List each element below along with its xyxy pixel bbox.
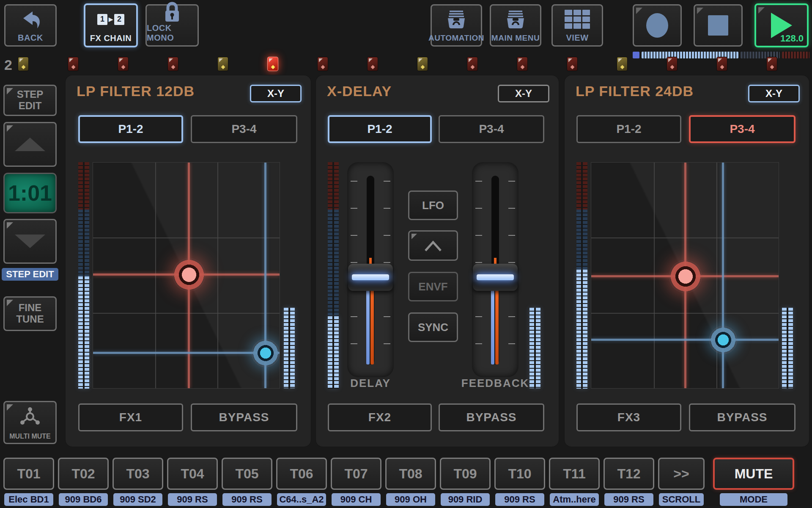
track-label-t07: 909 CH <box>332 493 381 506</box>
panel3-page1-button[interactable]: P1-2 <box>576 115 681 143</box>
main-menu-icon <box>505 6 527 33</box>
envf-button[interactable]: ENVF <box>408 272 458 301</box>
panel3-xy-button[interactable]: X-Y <box>748 85 800 102</box>
progress-cursor <box>633 52 639 58</box>
delay-label: DELAY <box>329 377 412 390</box>
fx-chain-button[interactable]: 1 ▶ 2 FX CHAIN <box>84 3 138 47</box>
track-button-t08[interactable]: T08 <box>385 458 436 490</box>
track-button-t12[interactable]: T12 <box>604 458 654 490</box>
panel3-xy-puck-blue[interactable] <box>709 326 738 354</box>
envelope-shape-button[interactable] <box>408 230 458 261</box>
track-button-t04[interactable]: T04 <box>167 458 218 490</box>
track-label-t01: Elec BD1 <box>4 493 53 506</box>
panel3-blue-crosshair-v <box>722 163 724 388</box>
track-scroll-button[interactable]: >> <box>658 458 705 490</box>
view-button[interactable]: VIEW <box>551 4 603 47</box>
main-menu-button[interactable]: MAIN MENU <box>490 4 541 47</box>
pad-indicator-icon[interactable] <box>766 57 777 71</box>
automation-button[interactable]: AUTOMATION <box>431 4 482 47</box>
panel2-xy-button[interactable]: X-Y <box>498 85 549 102</box>
arrow-down-icon <box>15 235 45 248</box>
track-label-t03: 909 SD2 <box>113 493 162 506</box>
panel3-page2-button[interactable]: P3-4 <box>689 115 796 143</box>
pad-indicator-icon[interactable] <box>517 57 528 71</box>
pad-indicator-icon[interactable] <box>367 57 378 71</box>
step-edit-button[interactable]: STEP EDIT <box>3 85 57 116</box>
track-button-t02[interactable]: T02 <box>58 458 109 490</box>
pad-indicator-icon[interactable] <box>267 57 278 71</box>
delay-slider[interactable] <box>347 162 394 377</box>
record-icon <box>646 13 668 38</box>
fx-chain-icon: 1 ▶ 2 <box>97 5 124 33</box>
pad-indicator-icon[interactable] <box>467 57 478 71</box>
pad-indicator-icon[interactable] <box>667 57 678 71</box>
panel1-fx-button[interactable]: FX1 <box>78 403 183 431</box>
track-button-t01[interactable]: T01 <box>3 458 54 490</box>
record-button[interactable] <box>633 4 682 47</box>
pad-indicator-icon[interactable] <box>167 57 178 71</box>
mute-mode-button[interactable]: MUTE <box>713 458 794 490</box>
step-down-button[interactable] <box>3 219 57 264</box>
track-label-t12: 909 RS <box>604 493 653 506</box>
panel1-xy-pad[interactable] <box>93 162 280 389</box>
panel3-xy-pad[interactable] <box>591 162 779 389</box>
lfo-button[interactable]: LFO <box>408 190 458 220</box>
lock-icon <box>163 1 181 23</box>
pad-indicator-icon[interactable] <box>317 57 328 71</box>
panel3-xy-puck-red[interactable] <box>669 260 702 293</box>
pad-indicator-icon[interactable] <box>567 57 578 71</box>
track-button-t10[interactable]: T10 <box>494 458 545 490</box>
panel2-page2-button[interactable]: P3-4 <box>439 115 544 143</box>
feedback-slider[interactable] <box>472 162 518 377</box>
panel1-title: LP FILTER 12DB <box>77 83 195 99</box>
pad-indicator-icon[interactable] <box>118 57 129 71</box>
pad-indicator-icon[interactable] <box>417 57 428 71</box>
panel2-title: X-DELAY <box>327 83 392 99</box>
pattern-number: 2 <box>4 57 12 73</box>
envelope-icon <box>423 239 443 252</box>
play-button[interactable]: 128.0 <box>754 3 809 47</box>
sync-button[interactable]: SYNC <box>408 312 458 342</box>
feedback-label: FEEDBACK <box>443 377 548 390</box>
panel1-bypass-button[interactable]: BYPASS <box>191 403 297 431</box>
stop-icon <box>708 15 728 36</box>
pad-indicator-icon[interactable] <box>617 57 628 71</box>
arrow-up-icon <box>15 138 45 151</box>
feedback-slider-cap[interactable] <box>473 264 518 291</box>
multi-mute-button[interactable]: MULTI MUTE <box>3 401 57 444</box>
track-button-t11[interactable]: T11 <box>549 458 600 490</box>
panel3-right-meter <box>782 308 793 388</box>
fine-tune-button[interactable]: FINE TUNE <box>3 296 57 331</box>
panel3-bypass-button[interactable]: BYPASS <box>689 403 796 431</box>
bpm-display: 128.0 <box>780 33 804 44</box>
delay-slider-cap[interactable] <box>348 264 393 291</box>
progress-red-segments <box>782 52 809 58</box>
fx-panel-1: LP FILTER 12DB X-Y P1-2 P3-4 FX1 BYPASS <box>66 75 311 447</box>
panel1-page1-button[interactable]: P1-2 <box>78 115 183 143</box>
track-button-t03[interactable]: T03 <box>112 458 163 490</box>
panel1-xy-puck-red[interactable] <box>172 258 206 292</box>
pad-indicator-icon[interactable] <box>716 57 727 71</box>
stop-button[interactable] <box>694 4 743 47</box>
panel2-left-meter <box>328 162 339 389</box>
panel2-fx-button[interactable]: FX2 <box>328 403 432 431</box>
back-button[interactable]: BACK <box>4 4 57 47</box>
panel3-fx-button[interactable]: FX3 <box>576 403 681 431</box>
panel1-xy-puck-blue[interactable] <box>251 339 280 367</box>
pad-indicator-icon[interactable] <box>18 57 29 71</box>
track-button-t07[interactable]: T07 <box>331 458 381 490</box>
step-up-button[interactable] <box>3 122 57 167</box>
panel1-page2-button[interactable]: P3-4 <box>191 115 297 143</box>
pad-indicator-icon[interactable] <box>68 57 79 71</box>
track-button-t09[interactable]: T09 <box>440 458 491 490</box>
panel3-left-meter <box>576 162 587 389</box>
pad-indicator-icon[interactable] <box>217 57 228 71</box>
panel1-right-meter <box>284 308 295 388</box>
track-button-t06[interactable]: T06 <box>276 458 327 490</box>
lock-mono-button[interactable]: LOCK MONO <box>145 4 199 47</box>
track-button-t05[interactable]: T05 <box>222 458 272 490</box>
panel2-page1-button[interactable]: P1-2 <box>328 115 432 143</box>
track-label-t04: 909 RS <box>168 493 217 506</box>
panel2-bypass-button[interactable]: BYPASS <box>439 403 544 431</box>
panel1-xy-button[interactable]: X-Y <box>250 85 302 102</box>
